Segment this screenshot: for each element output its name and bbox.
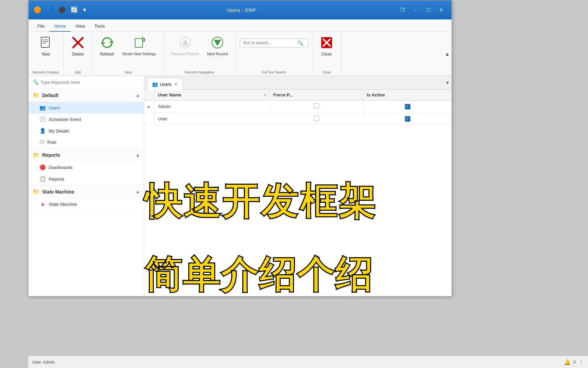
tab-bar: 👥 Users ✕ ▾ [144, 76, 452, 90]
ribbon-group-records-creation: New Records Creation [29, 32, 64, 76]
row1-username: Admin [154, 101, 270, 113]
next-record-button-label: Next Record [207, 52, 228, 56]
search-box: 🔍 [240, 39, 308, 47]
ribbon-collapse-arrow[interactable]: ▴ [446, 32, 452, 76]
row2-expand [144, 113, 154, 125]
statemachine-icon: 🔺 [39, 201, 46, 207]
next-record-button[interactable]: Next Record [203, 34, 231, 58]
app-icon-orange: 🟠 [33, 5, 42, 15]
sidebar-group-statemachine-header[interactable]: 📁 State Machine ▲ [29, 185, 144, 198]
edit-label: Edit [75, 69, 81, 74]
sidebar-item-statemachine-label: State Machine [49, 202, 77, 207]
row1-force[interactable] [270, 101, 363, 113]
col-force-label: Force P... [273, 92, 293, 97]
statemachine-chevron-icon: ▲ [136, 189, 140, 194]
tab-users-label: Users [160, 82, 172, 87]
isactive-checkbox-checked[interactable]: ✓ [405, 116, 410, 122]
scheduler-icon: 🕐 [39, 116, 46, 122]
dropdown-arrow-icon[interactable]: ▾ [83, 6, 86, 14]
col-isactive-label: Is Active [367, 92, 385, 97]
sidebar-item-dashboards[interactable]: 🔴 Dashboards [29, 162, 144, 173]
sidebar-search-input[interactable] [40, 80, 140, 85]
row2-isactive[interactable]: ✓ [363, 113, 452, 125]
sidebar-search-bar: 🔍 [29, 76, 144, 89]
row1-isactive[interactable]: ✓ [363, 101, 452, 113]
sidebar-group-default-label: Default [42, 93, 58, 98]
ribbon-group-view: Refresh Reset View Settings View [93, 32, 164, 76]
minimize-button[interactable]: − [409, 5, 422, 15]
table-row[interactable]: User ✓ [144, 113, 452, 125]
isactive-checkbox-checked[interactable]: ✓ [405, 104, 410, 109]
sidebar-item-role-label: Role [47, 140, 56, 145]
sidebar-item-reports[interactable]: 📋 Reports [29, 173, 144, 185]
menu-file[interactable]: File [33, 21, 49, 32]
sidebar-item-role[interactable]: 🛡 Role [29, 137, 144, 148]
new-button-label: New [42, 52, 50, 57]
delete-button-label: Delete [72, 52, 84, 57]
reset-view-button[interactable]: Reset View Settings [119, 34, 159, 58]
users-icon: 👥 [39, 105, 46, 111]
svg-rect-0 [41, 37, 49, 47]
ribbon-buttons-edit: Delete [68, 34, 88, 69]
ribbon-group-edit: Delete Edit [64, 32, 93, 76]
tab-close-button[interactable]: ✕ [174, 82, 178, 87]
table-row[interactable]: ▶ Admin ✓ [144, 101, 452, 113]
menu-home[interactable]: Home [49, 21, 71, 32]
refresh-icon [101, 36, 113, 50]
sidebar-group-reports: 📁 Reports ▲ 🔴 Dashboards 📋 Reports [29, 148, 144, 185]
sidebar-group-reports-label: Reports [42, 152, 60, 158]
prev-record-button[interactable]: Previous Record [168, 34, 202, 58]
refresh-icon[interactable]: 🔄 [69, 5, 79, 15]
force-checkbox-unchecked[interactable] [314, 103, 319, 109]
force-checkbox-unchecked[interactable] [314, 116, 319, 121]
delete-button[interactable]: Delete [68, 34, 88, 59]
sidebar-item-users-label: Users [49, 105, 60, 110]
menu-view[interactable]: View [71, 21, 90, 32]
users-tab[interactable]: 👥 Users ✕ [147, 78, 183, 90]
tab-dropdown-arrow[interactable]: ▾ [446, 79, 449, 86]
maximize-button[interactable]: ☐ [422, 5, 435, 15]
view-label: View [124, 69, 132, 74]
app-icon-dark: ⚫ [57, 5, 67, 15]
sidebar-search-icon: 🔍 [33, 79, 38, 85]
reset-view-icon [133, 36, 145, 50]
folder-icon: 📁 [33, 92, 39, 98]
sidebar-item-mydetails[interactable]: 👤 My Details [29, 125, 144, 137]
sidebar-group-default-header[interactable]: 📁 Default ▲ [29, 89, 144, 102]
title-bar: 🟠 🔵 ⚫ 🔄 ▾ Users - ERP ❐ − ☐ ✕ [29, 0, 452, 19]
col-expand [144, 90, 154, 101]
refresh-button[interactable]: Refresh [97, 34, 118, 59]
row1-expand[interactable]: ▶ [144, 101, 154, 113]
expand-icon[interactable]: ▶ [148, 105, 150, 109]
refresh-button-label: Refresh [100, 52, 114, 57]
full-text-search-input[interactable] [243, 41, 297, 45]
sort-icon: ≡ [264, 93, 266, 97]
menu-tools[interactable]: Tools [90, 21, 110, 32]
title-bar-controls: ❐ − ☐ ✕ [396, 5, 447, 15]
sidebar-item-mydetails-label: My Details [49, 128, 69, 134]
col-force: Force P... [270, 90, 363, 101]
ribbon-group-close: Close Close [312, 32, 341, 76]
new-button[interactable]: New [36, 34, 56, 59]
close-button-label: Close [321, 52, 332, 57]
close-window-button[interactable]: ✕ [435, 5, 447, 15]
close-button[interactable]: Close [316, 34, 337, 59]
row2-force[interactable] [270, 113, 363, 125]
svg-marker-10 [214, 40, 221, 46]
sidebar-group-statemachine: 📁 State Machine ▲ 🔺 State Machine [29, 185, 144, 210]
new-icon [40, 36, 52, 50]
chevron-up-icon: ▲ [136, 93, 140, 98]
records-creation-label: Records Creation [33, 69, 59, 74]
search-icon[interactable]: 🔍 [297, 40, 303, 46]
tile-button[interactable]: ❐ [396, 5, 409, 15]
sidebar-group-reports-header[interactable]: 📁 Reports ▲ [29, 148, 144, 162]
col-username[interactable]: User Name ≡ [154, 90, 270, 101]
tab-users-icon: 👥 [152, 81, 158, 87]
reports-chevron-icon: ▲ [136, 153, 140, 157]
ribbon-buttons-close: Close [316, 34, 337, 69]
sidebar-item-statemachine[interactable]: 🔺 State Machine [29, 198, 144, 210]
users-table: User Name ≡ Force P... Is Active [144, 90, 452, 125]
prev-record-button-label: Previous Record [171, 52, 199, 56]
sidebar-item-scheduler[interactable]: 🕐 Scheduler Event [29, 113, 144, 125]
sidebar-item-users[interactable]: 👥 Users [29, 102, 144, 113]
